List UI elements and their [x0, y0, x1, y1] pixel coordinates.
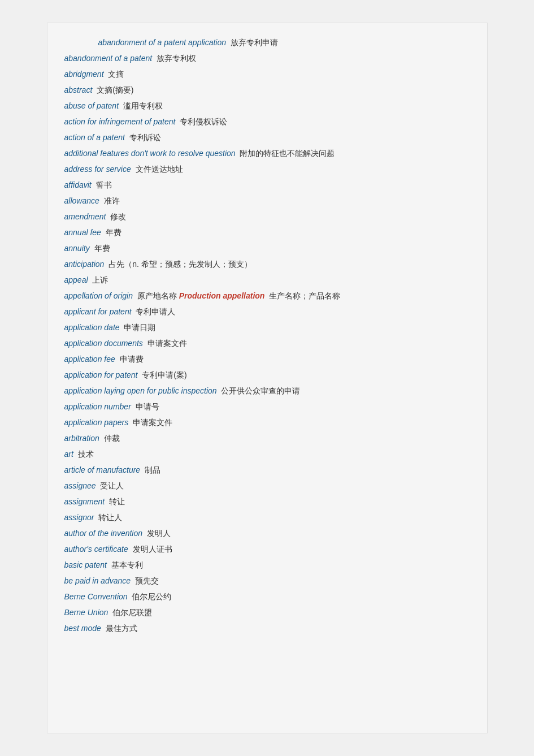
list-item: be paid in advance 预先交 — [64, 573, 470, 589]
entry-chinese: 转让 — [107, 497, 125, 506]
entry-english: abstract — [64, 85, 93, 94]
entry-english: basic patent — [64, 560, 107, 569]
list-item: application papers 申请案文件 — [64, 414, 470, 430]
main-content: abandonment of a patent application 放弃专利… — [47, 23, 488, 733]
list-item: action for infringement of patent 专利侵权诉讼 — [64, 114, 470, 129]
list-item: abridgment 文摘 — [64, 66, 470, 82]
entry-english: Berne Convention — [64, 592, 128, 601]
entry-chinese: 专利侵权诉讼 — [177, 117, 227, 126]
list-item: additional features don't work to resolv… — [64, 145, 470, 161]
entry-english: amendment — [64, 212, 106, 221]
entry-english: affidavit — [64, 180, 92, 189]
list-item: Berne Union 伯尔尼联盟 — [64, 604, 470, 620]
list-item: assignor 转让人 — [64, 509, 470, 525]
entry-chinese: 文件送达地址 — [133, 165, 183, 174]
entries-list: abandonment of a patent application 放弃专利… — [64, 34, 470, 636]
entry-chinese: 申请案文件 — [131, 418, 172, 427]
entry-english: best mode — [64, 624, 101, 633]
entry-chinese: 上诉 — [90, 275, 108, 284]
entry-english: be paid in advance — [64, 576, 131, 585]
entry-chinese: 准许 — [102, 196, 120, 205]
entry-highlight: Production appellation — [179, 291, 265, 300]
list-item: author of the invention 发明人 — [64, 525, 470, 541]
entry-chinese: 占先（n. 希望；预感；先发制人；预支） — [106, 260, 251, 269]
entry-chinese: 发明人 — [145, 529, 171, 538]
entry-english: address for service — [64, 165, 131, 174]
list-item: Berne Convention 伯尔尼公约 — [64, 589, 470, 604]
entry-english: annuity — [64, 244, 90, 253]
entry-chinese: 申请案文件 — [145, 339, 187, 348]
entry-english: action of a patent — [64, 133, 125, 142]
list-item: annual fee 年费 — [64, 224, 470, 240]
list-item: application documents 申请案文件 — [64, 335, 470, 351]
entry-english: assignee — [64, 481, 96, 490]
list-item: amendment 修改 — [64, 209, 470, 224]
list-item: arbitration 仲裁 — [64, 430, 470, 446]
entry-english: application for patent — [64, 370, 138, 379]
entry-chinese: 滥用专利权 — [121, 101, 163, 110]
entry-chinese: 制品 — [142, 465, 160, 474]
entry-chinese: 技术 — [76, 450, 94, 459]
entry-chinese: 转让人 — [96, 513, 122, 522]
list-item: assignee 受让人 — [64, 478, 470, 494]
list-item: application for patent 专利申请(案) — [64, 367, 470, 383]
entry-chinese: 文摘 — [106, 70, 124, 79]
entry-chinese: 专利诉讼 — [127, 133, 161, 142]
list-item: appellation of origin 原产地名称 Production a… — [64, 288, 470, 304]
entry-english: application fee — [64, 355, 115, 364]
entry-english: arbitration — [64, 434, 99, 443]
list-item: appeal 上诉 — [64, 272, 470, 288]
entry-chinese: 申请费 — [118, 355, 144, 364]
list-item: art 技术 — [64, 446, 470, 462]
entry-english: Berne Union — [64, 608, 108, 617]
entry-english: additional features don't work to resolv… — [64, 149, 236, 158]
entry-chinese: 最佳方式 — [103, 624, 137, 633]
entry-chinese: 申请日期 — [122, 323, 156, 332]
list-item: affidavit 誓书 — [64, 177, 470, 193]
entry-chinese: 申请号 — [133, 402, 159, 411]
entry-english: appeal — [64, 275, 88, 284]
entry-chinese: 受让人 — [98, 481, 124, 490]
list-item: article of manufacture 制品 — [64, 462, 470, 478]
entry-english: abuse of patent — [64, 101, 119, 110]
entry-chinese: 预先交 — [133, 576, 159, 585]
entry-english: action for infringement of patent — [64, 117, 176, 126]
entry-chinese: 发明人证书 — [131, 545, 172, 554]
entry-english: annual fee — [64, 228, 101, 237]
list-item: address for service 文件送达地址 — [64, 161, 470, 177]
entry-chinese: 文摘(摘要) — [94, 85, 133, 94]
entry-english: anticipation — [64, 260, 105, 269]
entry-english: application number — [64, 402, 131, 411]
entry-chinese: 专利申请人 — [134, 307, 176, 316]
entry-english: article of manufacture — [64, 465, 141, 474]
entry-chinese: 修改 — [108, 212, 126, 221]
entry-chinese: 伯尔尼公约 — [130, 592, 172, 601]
entry-english: abandonment of a patent application — [98, 38, 227, 47]
entry-chinese: 附加的特征也不能解决问题 — [238, 149, 335, 158]
entry-english: application laying open for public inspe… — [64, 386, 217, 395]
entry-english: assignor — [64, 513, 94, 522]
list-item: application laying open for public inspe… — [64, 383, 470, 399]
entry-chinese: 仲裁 — [102, 434, 120, 443]
entry-english: applicant for patent — [64, 307, 132, 316]
entry-chinese: 年费 — [92, 244, 110, 253]
entry-chinese: 公开供公众审查的申请 — [219, 386, 301, 395]
list-item: abstract 文摘(摘要) — [64, 82, 470, 98]
entry-english: art — [64, 450, 73, 459]
list-item: best mode 最佳方式 — [64, 620, 470, 636]
list-item: abandonment of a patent application 放弃专利… — [64, 34, 470, 50]
entry-english: application date — [64, 323, 120, 332]
entry-english: assignment — [64, 497, 105, 506]
entry-english: abridgment — [64, 70, 104, 79]
entry-english: application papers — [64, 418, 129, 427]
list-item: annuity 年费 — [64, 240, 470, 256]
list-item: author's certificate 发明人证书 — [64, 541, 470, 557]
entry-chinese: 年费 — [103, 228, 121, 237]
list-item: anticipation 占先（n. 希望；预感；先发制人；预支） — [64, 256, 470, 272]
entry-chinese: 基本专利 — [109, 560, 143, 569]
list-item: application number 申请号 — [64, 399, 470, 414]
entry-chinese: 伯尔尼联盟 — [110, 608, 152, 617]
entry-chinese: 放弃专利申请 — [228, 38, 278, 47]
list-item: action of a patent 专利诉讼 — [64, 129, 470, 145]
entry-chinese: 原产地名称 — [135, 291, 179, 300]
